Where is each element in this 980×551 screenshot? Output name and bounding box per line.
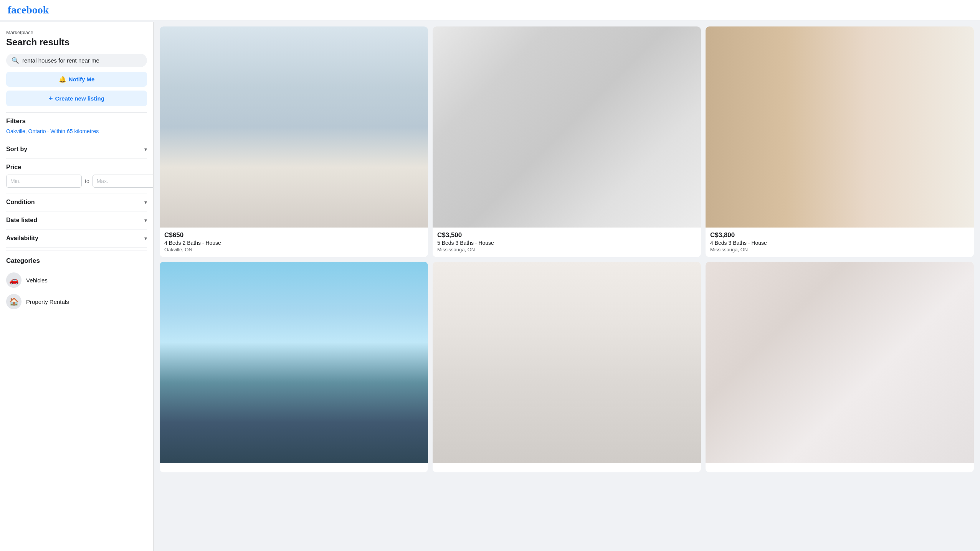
condition-label: Condition — [6, 199, 35, 206]
notify-me-label: Notify Me — [69, 76, 95, 82]
listing-price: C$3,800 — [710, 231, 969, 239]
listing-card[interactable]: C$3,800 4 Beds 3 Baths - House Mississau… — [706, 26, 974, 257]
listing-card[interactable] — [160, 262, 428, 472]
sidebar: Marketplace Search results 🔍 🔔 Notify Me… — [0, 22, 154, 551]
condition-section: Condition ▾ — [6, 193, 147, 211]
property-rentals-icon: 🏠 — [6, 294, 21, 309]
main-content: C$650 4 Beds 2 Baths - House Oakville, O… — [154, 20, 980, 551]
page-title: Search results — [6, 37, 147, 48]
sort-by-chevron-icon: ▾ — [144, 146, 147, 152]
location-filter[interactable]: Oakville, Ontario · Within 65 kilometres — [6, 128, 147, 134]
sort-by-label: Sort by — [6, 146, 27, 153]
date-listed-chevron-icon: ▾ — [144, 217, 147, 223]
price-section: Price to — [6, 158, 147, 193]
listing-image — [433, 262, 701, 463]
sort-by-header[interactable]: Sort by ▾ — [6, 146, 147, 153]
property-rentals-label: Property Rentals — [26, 299, 69, 305]
listing-card[interactable] — [706, 262, 974, 472]
availability-chevron-icon: ▾ — [144, 235, 147, 241]
availability-section: Availability ▾ — [6, 229, 147, 247]
search-input[interactable] — [22, 57, 142, 64]
listing-price: C$3,500 — [437, 231, 696, 239]
listing-info — [706, 463, 974, 472]
categories-divider — [6, 251, 147, 251]
vehicles-icon: 🚗 — [6, 272, 21, 288]
availability-header[interactable]: Availability ▾ — [6, 235, 147, 242]
listing-location: Mississauga, ON — [710, 247, 969, 252]
price-header: Price — [6, 164, 147, 171]
listing-description: 4 Beds 3 Baths - House — [710, 240, 969, 246]
plus-icon: + — [49, 94, 53, 102]
listing-image — [706, 262, 974, 463]
listing-card[interactable]: C$3,500 5 Beds 3 Baths - House Mississau… — [433, 26, 701, 257]
listing-info — [433, 463, 701, 472]
listing-location: Oakville, ON — [164, 247, 423, 252]
listings-grid: C$650 4 Beds 2 Baths - House Oakville, O… — [160, 26, 974, 472]
facebook-logo[interactable]: facebook — [8, 4, 49, 16]
header: facebook — [0, 0, 980, 20]
listing-image — [433, 26, 701, 228]
listing-price: C$650 — [164, 231, 423, 239]
listing-card[interactable] — [433, 262, 701, 472]
price-label: Price — [6, 164, 21, 171]
listing-description: 4 Beds 2 Baths - House — [164, 240, 423, 246]
sort-by-section: Sort by ▾ — [6, 140, 147, 158]
bell-icon: 🔔 — [59, 76, 66, 83]
listing-card[interactable]: C$650 4 Beds 2 Baths - House Oakville, O… — [160, 26, 428, 257]
listing-image — [706, 26, 974, 228]
listing-info: C$650 4 Beds 2 Baths - House Oakville, O… — [160, 228, 428, 257]
listing-image — [160, 262, 428, 463]
main-container: Marketplace Search results 🔍 🔔 Notify Me… — [0, 20, 980, 551]
categories-title: Categories — [6, 257, 147, 265]
date-listed-header[interactable]: Date listed ▾ — [6, 217, 147, 224]
listing-info — [160, 463, 428, 472]
notify-me-button[interactable]: 🔔 Notify Me — [6, 72, 147, 87]
search-bar: 🔍 — [6, 54, 147, 67]
condition-header[interactable]: Condition ▾ — [6, 199, 147, 206]
filters-title: Filters — [6, 117, 147, 125]
condition-chevron-icon: ▾ — [144, 199, 147, 205]
sidebar-item-property-rentals[interactable]: 🏠 Property Rentals — [6, 291, 147, 312]
date-listed-section: Date listed ▾ — [6, 211, 147, 229]
listing-image — [160, 26, 428, 228]
categories-section: Categories 🚗 Vehicles 🏠 Property Rentals — [6, 257, 147, 312]
search-icon: 🔍 — [12, 57, 19, 64]
listing-description: 5 Beds 3 Baths - House — [437, 240, 696, 246]
date-listed-label: Date listed — [6, 217, 37, 224]
sidebar-item-vehicles[interactable]: 🚗 Vehicles — [6, 269, 147, 291]
divider — [6, 112, 147, 113]
listing-info: C$3,500 5 Beds 3 Baths - House Mississau… — [433, 228, 701, 257]
listing-location: Mississauga, ON — [437, 247, 696, 252]
price-max-input[interactable] — [93, 175, 154, 188]
vehicles-label: Vehicles — [26, 277, 48, 284]
create-listing-button[interactable]: + Create new listing — [6, 91, 147, 106]
listing-info: C$3,800 4 Beds 3 Baths - House Mississau… — [706, 228, 974, 257]
create-listing-label: Create new listing — [55, 95, 104, 102]
marketplace-label: Marketplace — [6, 30, 147, 35]
availability-label: Availability — [6, 235, 38, 242]
price-range-row: to — [6, 175, 147, 188]
price-min-input[interactable] — [6, 175, 82, 188]
price-to-label: to — [85, 178, 89, 184]
